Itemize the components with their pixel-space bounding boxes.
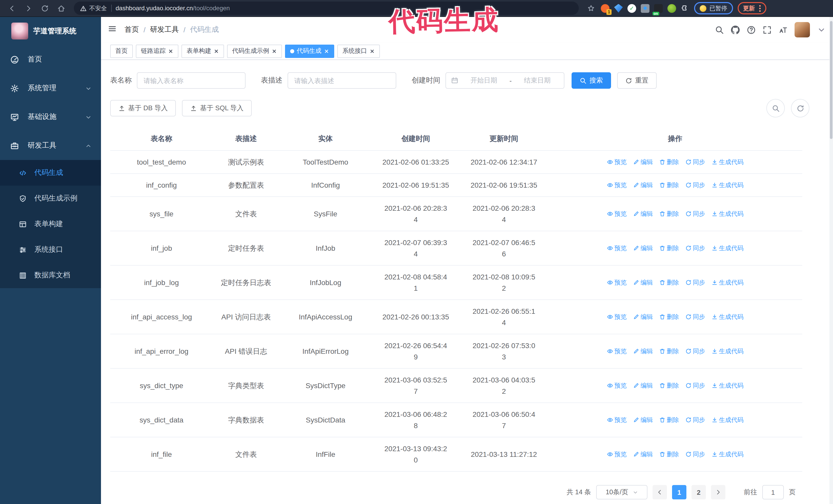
prev-page-button[interactable] [652, 485, 667, 499]
extensions-puzzle-icon[interactable] [681, 4, 689, 13]
hamburger-icon[interactable] [108, 25, 116, 35]
sidebar-item-toolbox[interactable]: 研发工具 [0, 131, 101, 160]
security-warning[interactable]: 不安全 [80, 4, 107, 12]
table-name-input[interactable] [137, 72, 245, 89]
action-generate-code-link[interactable]: 生成代码 [711, 158, 743, 166]
sidebar-subitem-sliders[interactable]: 系统接口 [0, 237, 101, 263]
next-page-button[interactable] [711, 485, 725, 499]
action-preview-link[interactable]: 预览 [607, 450, 627, 459]
action-sync-link[interactable]: 同步 [685, 278, 705, 287]
action-generate-code-link[interactable]: 生成代码 [711, 381, 743, 390]
table-desc-input[interactable] [288, 72, 396, 89]
action-sync-link[interactable]: 同步 [685, 158, 705, 166]
action-sync-link[interactable]: 同步 [685, 244, 705, 253]
action-generate-code-link[interactable]: 生成代码 [711, 278, 743, 287]
search-button[interactable]: 搜索 [572, 72, 611, 89]
action-sync-link[interactable]: 同步 [685, 347, 705, 356]
back-button[interactable] [5, 2, 19, 15]
tab-系统接口[interactable]: 系统接口 [337, 44, 380, 58]
action-generate-code-link[interactable]: 生成代码 [711, 312, 743, 321]
sidebar-subitem-code[interactable]: 代码生成 [0, 160, 101, 186]
action-sync-link[interactable]: 同步 [685, 415, 705, 424]
action-sync-link[interactable]: 同步 [685, 312, 705, 321]
header-search-icon[interactable] [715, 25, 724, 34]
import-sql-button[interactable]: 基于 SQL 导入 [182, 100, 252, 116]
forward-button[interactable] [22, 2, 35, 15]
action-generate-code-link[interactable]: 生成代码 [711, 244, 743, 253]
action-delete-link[interactable]: 删除 [659, 450, 679, 459]
sidebar-item-gear[interactable]: 系统管理 [0, 74, 101, 102]
page-button-1[interactable]: 1 [672, 485, 686, 499]
extension-icon[interactable]: ✓ [627, 4, 636, 13]
action-delete-link[interactable]: 删除 [659, 158, 679, 166]
action-edit-link[interactable]: 编辑 [633, 244, 653, 253]
chrome-menu-icon[interactable] [759, 5, 760, 11]
tab-close-icon[interactable] [324, 48, 329, 54]
reload-button[interactable] [38, 2, 51, 15]
extension-icon[interactable] [641, 4, 649, 13]
github-icon[interactable] [731, 25, 740, 34]
action-preview-link[interactable]: 预览 [607, 381, 627, 390]
action-preview-link[interactable]: 预览 [607, 278, 627, 287]
sidebar-subitem-shield[interactable]: 代码生成示例 [0, 186, 101, 211]
action-edit-link[interactable]: 编辑 [633, 381, 653, 390]
action-delete-link[interactable]: 删除 [659, 381, 679, 390]
action-sync-link[interactable]: 同步 [685, 450, 705, 459]
user-avatar[interactable] [794, 22, 810, 38]
scrollbar-thumb[interactable] [830, 21, 832, 139]
action-generate-code-link[interactable]: 生成代码 [711, 181, 743, 189]
action-edit-link[interactable]: 编辑 [633, 450, 653, 459]
action-generate-code-link[interactable]: 生成代码 [711, 415, 743, 424]
sidebar-subitem-database[interactable]: 数据库文档 [0, 263, 101, 288]
action-delete-link[interactable]: 删除 [659, 210, 679, 218]
action-edit-link[interactable]: 编辑 [633, 158, 653, 166]
action-generate-code-link[interactable]: 生成代码 [711, 450, 743, 459]
action-preview-link[interactable]: 预览 [607, 415, 627, 424]
reset-button[interactable]: 重置 [617, 72, 657, 89]
tab-链路追踪[interactable]: 链路追踪 [136, 44, 178, 58]
action-edit-link[interactable]: 编辑 [633, 415, 653, 424]
action-delete-link[interactable]: 删除 [659, 347, 679, 356]
bookmark-star-icon[interactable] [586, 2, 596, 15]
action-edit-link[interactable]: 编辑 [633, 210, 653, 218]
sidebar-item-dashboard[interactable]: 首页 [0, 45, 101, 74]
date-range-picker[interactable]: 开始日期 - 结束日期 [446, 72, 564, 89]
action-edit-link[interactable]: 编辑 [633, 347, 653, 356]
tab-close-icon[interactable] [168, 48, 173, 54]
profile-paused-badge[interactable]: 已暂停 [694, 2, 733, 14]
extension-icon[interactable] [667, 4, 676, 13]
action-edit-link[interactable]: 编辑 [633, 278, 653, 287]
home-button[interactable] [54, 2, 68, 15]
import-db-button[interactable]: 基于 DB 导入 [110, 100, 176, 116]
page-size-select[interactable]: 10条/页 [596, 485, 647, 499]
extension-icon[interactable]: 1 [601, 4, 610, 13]
tab-首页[interactable]: 首页 [110, 44, 133, 58]
action-sync-link[interactable]: 同步 [685, 210, 705, 218]
goto-page-input[interactable] [762, 485, 784, 499]
sidebar-item-monitor[interactable]: 基础设施 [0, 102, 101, 131]
toggle-search-button[interactable] [766, 99, 785, 117]
action-preview-link[interactable]: 预览 [607, 210, 627, 218]
address-bar[interactable]: 不安全 dashboard.yudao.iocoder.cn/tool/code… [74, 2, 579, 15]
font-size-icon[interactable] [779, 25, 787, 34]
action-preview-link[interactable]: 预览 [607, 347, 627, 356]
tab-代码生成示例[interactable]: 代码生成示例 [227, 44, 282, 58]
action-preview-link[interactable]: 预览 [607, 244, 627, 253]
extension-icon[interactable] [614, 4, 623, 13]
tab-close-icon[interactable] [272, 48, 277, 54]
help-icon[interactable] [747, 25, 756, 34]
tab-表单构建[interactable]: 表单构建 [182, 44, 224, 58]
tab-close-icon[interactable] [214, 48, 219, 54]
action-preview-link[interactable]: 预览 [607, 181, 627, 189]
refresh-table-button[interactable] [791, 99, 809, 117]
breadcrumb-home[interactable]: 首页 [124, 25, 139, 34]
action-generate-code-link[interactable]: 生成代码 [711, 210, 743, 218]
chrome-update-button[interactable]: 更新 [737, 2, 766, 14]
action-sync-link[interactable]: 同步 [685, 181, 705, 189]
breadcrumb-dev-tools[interactable]: 研发工具 [150, 25, 179, 34]
action-sync-link[interactable]: 同步 [685, 381, 705, 390]
action-delete-link[interactable]: 删除 [659, 278, 679, 287]
action-delete-link[interactable]: 删除 [659, 181, 679, 189]
tab-代码生成[interactable]: 代码生成 [285, 44, 334, 58]
app-logo[interactable]: 芋道管理系统 [0, 17, 101, 45]
